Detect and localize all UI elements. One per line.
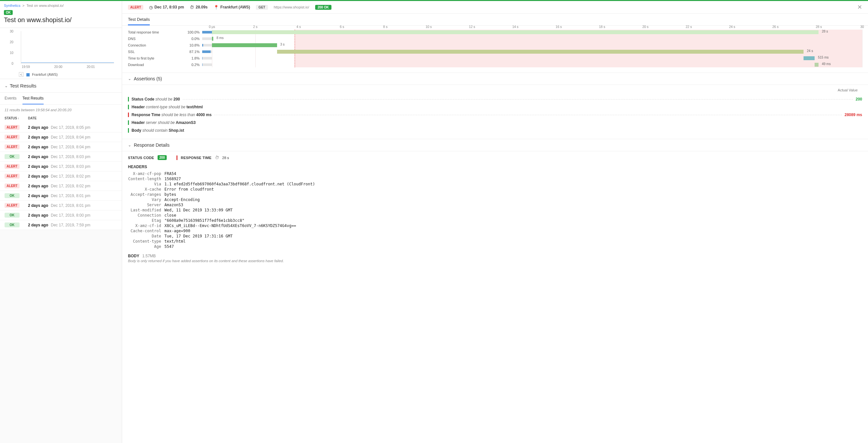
body-size: 1.57MB [142, 254, 156, 258]
header-key: X-cache [128, 187, 161, 192]
col-status[interactable]: STATUS↑ [5, 116, 28, 120]
sort-asc-icon: ↑ [18, 117, 20, 120]
response-time-value: 28 s [222, 156, 229, 160]
header-value: max-age=900 [164, 229, 862, 233]
assertions-header[interactable]: ⌄ Assertions (5) [122, 73, 868, 85]
chevron-down-icon: ⌄ [128, 143, 131, 147]
table-row[interactable]: ALERT2 days agoDec 17, 2019, 8:05 pm [0, 123, 122, 132]
waterfall-minibar [202, 37, 212, 40]
test-results-header[interactable]: ⌄ Test Results [0, 79, 122, 93]
close-icon[interactable]: ✕ [857, 4, 862, 11]
assertion-actual-value: 28089 ms [844, 112, 862, 117]
table-row[interactable]: ALERT2 days agoDec 17, 2019, 8:02 pm [0, 171, 122, 181]
assertion-row: Header content-type should be text/html [128, 103, 862, 111]
waterfall-bar [212, 37, 213, 41]
header-key: X-amz-cf-pop [128, 171, 161, 176]
table-row[interactable]: ALERT2 days agoDec 17, 2019, 8:01 pm [0, 201, 122, 210]
waterfall-pct: 0.0% [183, 37, 199, 41]
date-relative: 2 days ago [28, 155, 48, 159]
status-badge: ALERT [5, 183, 20, 188]
http-method-pill: GET [256, 5, 268, 10]
date-absolute: Dec 17, 2019, 8:03 pm [51, 155, 90, 159]
status-code-label: STATUS CODE [128, 156, 154, 160]
waterfall-label: DNS [128, 37, 183, 41]
waterfall-tick: 8 s [383, 25, 388, 29]
header-row: X-amz-cf-popFRA54 [128, 171, 862, 176]
response-details-header[interactable]: ⌄ Response Details [122, 139, 868, 151]
waterfall-tick: 28 s [815, 25, 822, 29]
header-key: Age [128, 244, 161, 249]
table-row[interactable]: ALERT2 days agoDec 17, 2019, 8:04 pm [0, 142, 122, 152]
waterfall-tick: 16 s [556, 25, 562, 29]
response-time-bar [177, 156, 178, 160]
header-row: DateTue, 17 Dec 2019 17:31:16 GMT [128, 234, 862, 239]
waterfall-tick: 24 s [729, 25, 735, 29]
status-badge: ALERT [5, 125, 20, 130]
test-results-title: Test Results [10, 83, 36, 89]
header-row: Content-length1568927 [128, 176, 862, 181]
waterfall-label: SSL [128, 50, 183, 54]
status-code-badge: 200 [158, 155, 167, 160]
tab-test-results[interactable]: Test Results [23, 93, 43, 104]
waterfall-tick: 6 s [340, 25, 344, 29]
date-relative: 2 days ago [28, 145, 48, 149]
detail-duration: 28.09s [196, 5, 208, 9]
date-relative: 2 days ago [28, 135, 48, 140]
col-date[interactable]: DATE [28, 116, 117, 120]
waterfall-tick: 26 s [772, 25, 778, 29]
waterfall-bar [212, 43, 277, 47]
response-time-label: RESPONSE TIME [181, 156, 211, 160]
tab-events[interactable]: Events [5, 93, 17, 104]
table-row[interactable]: OK2 days agoDec 17, 2019, 7:59 pm [0, 220, 122, 230]
assertion-text: Header content-type should be text/html [131, 105, 203, 109]
table-row[interactable]: OK2 days agoDec 17, 2019, 8:01 pm [0, 191, 122, 201]
breadcrumb-root[interactable]: Synthetics [4, 4, 21, 7]
date-absolute: Dec 17, 2019, 8:03 pm [51, 164, 90, 169]
header-row: Cache-controlmax-age=900 [128, 228, 862, 234]
detail-alert-badge: ALERT [128, 5, 143, 10]
clock-icon: ◷ [149, 5, 153, 10]
waterfall-label: Time to first byte [128, 56, 183, 60]
table-row[interactable]: ALERT2 days agoDec 17, 2019, 8:02 pm [0, 181, 122, 191]
assertion-row: Response Time should be less than 4000 m… [128, 111, 862, 119]
breadcrumb-sep: > [22, 4, 26, 7]
table-row[interactable]: ALERT2 days agoDec 17, 2019, 8:03 pm [0, 162, 122, 171]
header-value: close [164, 213, 862, 217]
assertions-body: Actual Value Status Code should be 20020… [122, 85, 868, 139]
stopwatch-icon: ⏱ [190, 5, 194, 10]
header-value: FRA54 [164, 171, 862, 176]
assertion-row: Status Code should be 200200 [128, 95, 862, 103]
table-row[interactable]: OK2 days agoDec 17, 2019, 8:00 pm [0, 210, 122, 220]
header-value: 5547 [164, 244, 862, 249]
assertions-title: Assertions (5) [134, 76, 162, 81]
header-row: X-cacheError from cloudfront [128, 187, 862, 192]
pin-icon: 📍 [214, 5, 219, 10]
detail-location: Frankfurt (AWS) [220, 5, 250, 9]
status-badge: ALERT [5, 144, 20, 149]
table-row[interactable]: OK2 days agoDec 17, 2019, 8:03 pm [0, 152, 122, 162]
results-meta: 11 results between 19:58:54 and 20:05:20 [0, 105, 122, 115]
date-absolute: Dec 17, 2019, 8:01 pm [51, 194, 90, 198]
http-status-pill: 200 OK [315, 5, 332, 10]
table-row[interactable]: ALERT2 days agoDec 17, 2019, 8:04 pm [0, 132, 122, 142]
header-row: Last-modifiedWed, 11 Dec 2019 13:33:09 G… [128, 207, 862, 213]
assertion-status-bar [128, 97, 129, 101]
legend-prev-button[interactable]: < [19, 72, 24, 77]
assertion-status-bar [128, 112, 129, 117]
header-row: Via1.1 efed2d5ffeb697060f4a3aa73bdf068f.… [128, 181, 862, 187]
waterfall-bar-label: 515 ms [818, 56, 829, 59]
date-absolute: Dec 17, 2019, 8:02 pm [51, 174, 90, 178]
header-key: Date [128, 234, 161, 238]
date-relative: 2 days ago [28, 174, 48, 178]
results-list[interactable]: ALERT2 days agoDec 17, 2019, 8:05 pmALER… [0, 123, 122, 230]
waterfall-tick: 20 s [642, 25, 649, 29]
date-relative: 2 days ago [28, 194, 48, 198]
waterfall-bar [212, 30, 818, 34]
header-key: Cache-control [128, 229, 161, 233]
tab-test-details[interactable]: Test Details [128, 14, 150, 25]
header-row: Accept-rangesbytes [128, 192, 862, 197]
left-panel: Synthetics > Test on www.shopist.io/ OK … [0, 1, 122, 443]
y-tick: 10 [10, 51, 13, 55]
assertion-text: Response Time should be less than 4000 m… [131, 112, 212, 117]
date-relative: 2 days ago [28, 125, 48, 130]
